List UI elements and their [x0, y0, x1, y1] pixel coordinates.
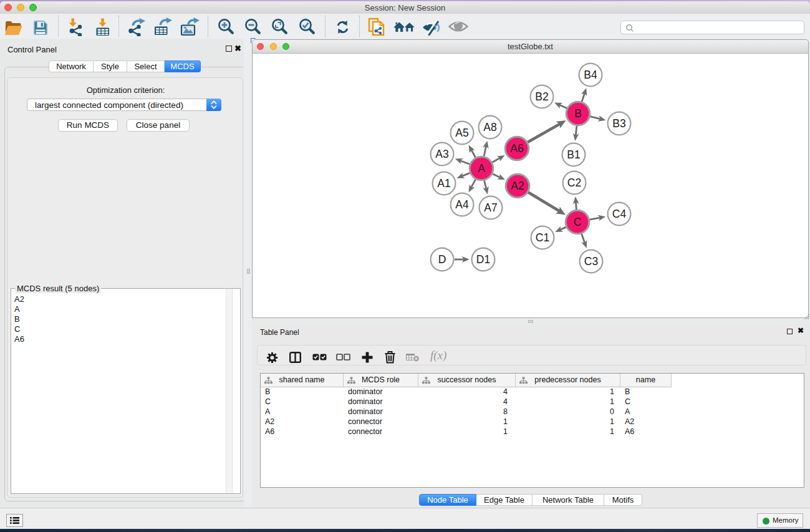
- svg-text:C: C: [574, 216, 582, 228]
- svg-text:A3: A3: [435, 148, 448, 160]
- svg-text:C1: C1: [536, 231, 549, 244]
- svg-text:A2: A2: [511, 180, 524, 192]
- svg-text:A8: A8: [483, 121, 496, 133]
- svg-text:B2: B2: [535, 90, 548, 103]
- svg-text:B1: B1: [567, 148, 580, 161]
- svg-text:B: B: [574, 107, 582, 120]
- svg-text:A: A: [478, 162, 485, 175]
- svg-text:C4: C4: [612, 208, 627, 220]
- svg-text:D1: D1: [476, 253, 490, 266]
- svg-text:C3: C3: [584, 255, 598, 268]
- svg-text:C2: C2: [567, 177, 581, 189]
- svg-text:D: D: [438, 253, 446, 266]
- svg-text:A7: A7: [484, 201, 497, 214]
- svg-text:A5: A5: [455, 127, 468, 139]
- svg-text:B4: B4: [584, 69, 597, 81]
- svg-text:A6: A6: [510, 142, 523, 155]
- svg-text:A1: A1: [437, 177, 450, 190]
- svg-text:A4: A4: [455, 198, 469, 211]
- svg-text:B3: B3: [612, 117, 625, 130]
